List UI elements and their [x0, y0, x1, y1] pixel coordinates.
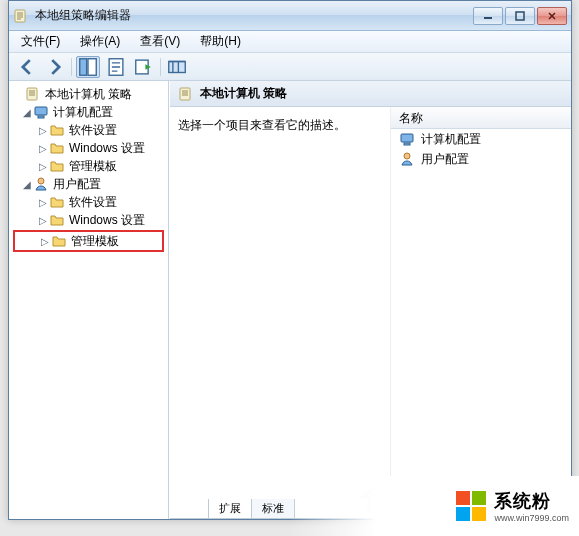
list-item-computer[interactable]: 计算机配置	[391, 129, 571, 149]
detail-title: 本地计算机 策略	[200, 85, 287, 102]
window-title: 本地组策略编辑器	[35, 7, 471, 24]
tree-software-settings-1[interactable]: ▷ 软件设置	[11, 121, 166, 139]
svg-point-10	[38, 178, 44, 184]
detail-pane: 本地计算机 策略 选择一个项目来查看它的描述。 名称 计算机配置 用户配置	[169, 81, 571, 519]
description-pane: 选择一个项目来查看它的描述。	[170, 107, 391, 497]
list-item-user[interactable]: 用户配置	[391, 149, 571, 169]
svg-rect-1	[516, 12, 524, 20]
toolbar	[9, 53, 571, 81]
branding-footer: 系统粉 www.win7999.com	[289, 476, 579, 536]
tree-admin-templates-2[interactable]: ▷ 管理模板	[15, 232, 162, 250]
folder-icon	[51, 233, 67, 249]
column-header-name[interactable]: 名称	[391, 107, 571, 129]
svg-rect-9	[38, 116, 44, 118]
menubar: 文件(F) 操作(A) 查看(V) 帮助(H)	[9, 31, 571, 53]
tree-label: Windows 设置	[69, 212, 145, 229]
svg-rect-2	[80, 58, 87, 75]
tree-computer-config[interactable]: ◢ 计算机配置	[11, 103, 166, 121]
list-item-label: 计算机配置	[421, 131, 481, 148]
tree-windows-settings-2[interactable]: ▷ Windows 设置	[11, 211, 166, 229]
policy-icon	[178, 86, 194, 102]
tree-label: Windows 设置	[69, 140, 145, 157]
expand-icon[interactable]: ▷	[37, 215, 49, 226]
tab-extended[interactable]: 扩展	[208, 499, 252, 519]
tree-user-config[interactable]: ◢ 用户配置	[11, 175, 166, 193]
svg-rect-3	[88, 58, 96, 75]
folder-icon	[49, 122, 65, 138]
computer-icon	[33, 104, 49, 120]
client-area: 本地计算机 策略 ◢ 计算机配置 ▷ 软件设置 ▷ Windows 设置 ▷ 管…	[9, 81, 571, 519]
menu-file[interactable]: 文件(F)	[13, 31, 68, 52]
expand-icon[interactable]: ▷	[37, 161, 49, 172]
tree-windows-settings-1[interactable]: ▷ Windows 设置	[11, 139, 166, 157]
tree-label: 软件设置	[69, 194, 117, 211]
export-button[interactable]	[132, 56, 156, 78]
tree-label: 软件设置	[69, 122, 117, 139]
list-pane: 名称 计算机配置 用户配置	[391, 107, 571, 497]
separator	[71, 58, 72, 76]
tree-root[interactable]: 本地计算机 策略	[11, 85, 166, 103]
collapse-icon[interactable]: ◢	[21, 179, 33, 190]
svg-rect-13	[404, 143, 410, 145]
folder-icon	[49, 212, 65, 228]
close-button[interactable]	[537, 7, 567, 25]
tree-admin-templates-1[interactable]: ▷ 管理模板	[11, 157, 166, 175]
list-item-label: 用户配置	[421, 151, 469, 168]
description-text: 选择一个项目来查看它的描述。	[178, 118, 346, 132]
separator	[160, 58, 161, 76]
tree-label: 管理模板	[69, 158, 117, 175]
svg-rect-12	[401, 134, 413, 142]
tree-label: 用户配置	[53, 176, 101, 193]
svg-rect-6	[169, 61, 186, 72]
expand-icon[interactable]: ▷	[37, 125, 49, 136]
brand-name: 系统粉	[494, 489, 569, 513]
brand-text: 系统粉 www.win7999.com	[494, 489, 569, 523]
filter-button[interactable]	[165, 56, 189, 78]
tree-software-settings-2[interactable]: ▷ 软件设置	[11, 193, 166, 211]
brand-url: www.win7999.com	[494, 513, 569, 523]
logo-icon	[456, 491, 486, 521]
properties-button[interactable]	[104, 56, 128, 78]
folder-icon	[49, 140, 65, 156]
highlight-box: ▷ 管理模板	[13, 230, 164, 252]
expand-icon[interactable]: ▷	[37, 143, 49, 154]
titlebar: 本地组策略编辑器	[9, 1, 571, 31]
menu-view[interactable]: 查看(V)	[132, 31, 188, 52]
tree-pane: 本地计算机 策略 ◢ 计算机配置 ▷ 软件设置 ▷ Windows 设置 ▷ 管…	[9, 81, 169, 519]
policy-icon	[25, 86, 41, 102]
svg-rect-7	[27, 88, 37, 100]
svg-rect-0	[15, 10, 25, 22]
svg-rect-11	[180, 88, 190, 100]
menu-help[interactable]: 帮助(H)	[192, 31, 249, 52]
expand-icon[interactable]: ▷	[39, 236, 51, 247]
folder-icon	[49, 158, 65, 174]
back-button[interactable]	[15, 56, 39, 78]
detail-header: 本地计算机 策略	[170, 81, 571, 107]
maximize-button[interactable]	[505, 7, 535, 25]
collapse-icon[interactable]: ◢	[21, 107, 33, 118]
detail-body: 选择一个项目来查看它的描述。 名称 计算机配置 用户配置	[170, 107, 571, 497]
expand-icon[interactable]: ▷	[37, 197, 49, 208]
forward-button[interactable]	[43, 56, 67, 78]
svg-rect-8	[35, 107, 47, 115]
user-icon	[33, 176, 49, 192]
menu-action[interactable]: 操作(A)	[72, 31, 128, 52]
user-icon	[399, 151, 415, 167]
app-icon	[13, 8, 29, 24]
tree-label: 计算机配置	[53, 104, 113, 121]
tree-label: 管理模板	[71, 233, 119, 250]
svg-point-14	[404, 153, 410, 159]
app-window: 本地组策略编辑器 文件(F) 操作(A) 查看(V) 帮助(H) 本地计算机 策…	[8, 0, 572, 520]
folder-icon	[49, 194, 65, 210]
computer-icon	[399, 131, 415, 147]
show-tree-button[interactable]	[76, 56, 100, 78]
minimize-button[interactable]	[473, 7, 503, 25]
tree-label: 本地计算机 策略	[45, 86, 132, 103]
